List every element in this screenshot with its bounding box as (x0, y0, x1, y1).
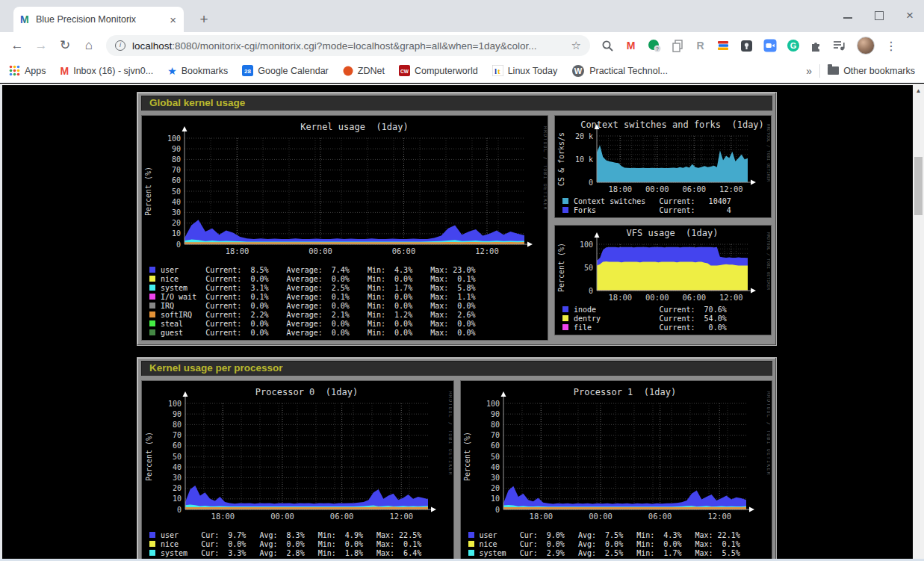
svg-text:?: ? (656, 46, 659, 52)
hangouts-icon[interactable]: ? (647, 39, 661, 53)
puzzle-icon[interactable] (809, 39, 823, 53)
section-title: Global kernel usage (141, 96, 772, 111)
legend-row-steal: steal Current: 0.0% Average: 0.0% Min: 0… (143, 319, 547, 328)
svg-text:06:00: 06:00 (682, 293, 706, 302)
other-bookmarks-button[interactable]: Other bookmarks (828, 66, 915, 76)
address-bar[interactable]: i localhost:8080/monitorix-cgi/monitorix… (106, 35, 590, 56)
svg-text:60: 60 (491, 441, 500, 450)
forward-icon[interactable]: → (31, 36, 51, 55)
site-info-icon[interactable]: i (115, 40, 125, 51)
copy-pages-icon[interactable] (670, 39, 684, 53)
grammarly-icon[interactable]: G (786, 39, 800, 53)
svg-text:70: 70 (491, 431, 500, 439)
svg-text:00:00: 00:00 (589, 512, 613, 521)
svg-text:RRDTOOL / TOBI OETIKER: RRDTOOL / TOBI OETIKER (542, 126, 547, 211)
window-close-icon[interactable]: × (906, 11, 914, 20)
reload-icon[interactable]: ↻ (55, 36, 75, 55)
kernel-usage-graph[interactable]: Kernel usage (1day)010203040506070809010… (141, 115, 548, 341)
context-switches-graph[interactable]: Context switches and forks (1day)010 k20… (554, 115, 772, 218)
home-icon[interactable]: ⌂ (79, 36, 99, 55)
svg-text:18:00: 18:00 (530, 512, 554, 521)
svg-text:12:00: 12:00 (719, 185, 743, 193)
section-title: Kernel usage per processor (141, 361, 772, 376)
maximize-icon[interactable] (875, 11, 884, 20)
bookmark-item-bookmarks[interactable]: ★Bookmarks (167, 66, 228, 76)
legend-row-irq: IRQ Current: 0.0% Average: 0.0% Min: 0.0… (143, 301, 547, 310)
legend-swatch (468, 532, 474, 538)
computerworld-icon: CW (399, 65, 410, 76)
browser-menu-icon[interactable]: ⋮ (882, 39, 900, 53)
svg-text:0: 0 (589, 287, 593, 295)
r-icon[interactable]: R (693, 39, 707, 53)
chart-cs[interactable]: Context switches and forks (1day)010 k20… (556, 117, 770, 195)
bookmark-items: AppsMInbox (16) - sjvn0...★Bookmarks28Go… (9, 64, 682, 78)
svg-text:100: 100 (580, 241, 593, 249)
playlist-icon[interactable] (832, 39, 846, 53)
search-icon[interactable] (601, 39, 615, 53)
chart-legend: inode Current: 70.6%dentry Current: 54.0… (556, 305, 770, 332)
page-scrollbar[interactable]: ▲ (913, 85, 924, 561)
minimize-icon[interactable] (843, 11, 852, 20)
bookmark-item-zdnet[interactable]: ZDNet (343, 66, 385, 76)
chart-cpu0[interactable]: Processor 0 (1day)0102030405060708090100… (143, 382, 452, 529)
bookmarks-overflow-icon[interactable]: » (806, 65, 812, 77)
bookmark-item-linux-today[interactable]: ltLinux Today (492, 65, 558, 76)
bookmark-item-computerworld[interactable]: CWComputerworld (399, 65, 478, 76)
svg-text:CS & forks/s: CS & forks/s (557, 132, 565, 186)
legend-swatch (149, 294, 155, 300)
legend-row-guest: guest Current: 0.0% Average: 0.0% Min: 0… (143, 328, 547, 337)
legend-swatch (149, 550, 155, 556)
legend-row-inode: inode Current: 70.6% (556, 305, 770, 314)
bookmark-item-inbox-16-sjvn0[interactable]: MInbox (16) - sjvn0... (61, 65, 154, 77)
new-tab-button[interactable]: + (194, 10, 214, 29)
books-icon[interactable] (716, 39, 731, 53)
legend-row-dentry: dentry Current: 54.0% (556, 314, 770, 323)
legend-swatch (149, 267, 155, 273)
chart-vfs[interactable]: VFS usage (1day)05010018:0000:0006:0012:… (556, 227, 770, 303)
svg-text:80: 80 (173, 421, 182, 429)
processor-0-graph[interactable]: Processor 0 (1day)0102030405060708090100… (141, 380, 454, 561)
bookmark-item-apps[interactable]: Apps (9, 65, 46, 76)
svg-text:l: l (494, 66, 497, 75)
svg-text:30: 30 (491, 474, 500, 482)
svg-text:RRDTOOL / TOBI OETIKER: RRDTOOL / TOBI OETIKER (766, 391, 770, 476)
scrollbar-up-icon[interactable]: ▲ (913, 85, 924, 96)
browser-titlebar: M Blue Precision Monitorix × + × (0, 0, 924, 32)
section-kernel-usage-per-processor: Kernel usage per processor Processor 0 (… (137, 357, 777, 561)
bookmark-item-google-calendar[interactable]: 28Google Calendar (242, 65, 329, 76)
chart-cpu1[interactable]: Processor 1 (1day)0102030405060708090100… (462, 382, 770, 529)
svg-text:CW: CW (400, 69, 409, 74)
chart-legend: user Current: 8.5% Average: 7.4% Min: 4.… (143, 265, 547, 337)
chart-kernel[interactable]: Kernel usage (1day)010203040506070809010… (143, 117, 547, 264)
tab-close-icon[interactable]: × (168, 14, 178, 25)
svg-text:0: 0 (589, 179, 593, 187)
svg-text:80: 80 (491, 421, 500, 429)
back-icon[interactable]: ← (7, 36, 27, 55)
processor-1-graph[interactable]: Processor 1 (1day)0102030405060708090100… (460, 380, 773, 561)
scrollbar-thumb[interactable] (914, 157, 923, 215)
svg-text:12:00: 12:00 (708, 512, 732, 521)
legend-swatch (562, 198, 568, 204)
browser-tab[interactable]: M Blue Precision Monitorix × (13, 7, 184, 32)
legend-row-forks: Forks Current: 4 (556, 205, 770, 214)
bookmark-item-practical-technol[interactable]: WPractical Technol... (571, 64, 668, 78)
svg-text:M: M (20, 14, 29, 25)
svg-text:90: 90 (491, 410, 500, 418)
svg-text:12:00: 12:00 (389, 512, 413, 521)
legend-row-system: system Cur: 2.9% Avg: 2.5% Min: 1.7% Max… (462, 548, 772, 557)
extensions-row: M?RG (601, 39, 846, 53)
chart-legend: Context switches Current: 10407Forks Cur… (556, 196, 770, 214)
svg-text:VFS usage (1day): VFS usage (1day) (627, 228, 719, 238)
url-text[interactable]: localhost:8080/monitorix-cgi/monitorix.c… (132, 40, 565, 52)
vfs-usage-graph[interactable]: VFS usage (1day)05010018:0000:0006:0012:… (554, 225, 772, 335)
svg-text:00:00: 00:00 (270, 512, 294, 521)
zoom-icon[interactable] (763, 39, 777, 53)
pocket-icon[interactable] (739, 39, 754, 53)
gmail-icon[interactable]: M (624, 39, 638, 53)
svg-text:18:00: 18:00 (211, 512, 235, 521)
svg-text:Percent (%): Percent (%) (557, 243, 565, 292)
bookmark-star-icon[interactable]: ☆ (571, 39, 581, 52)
svg-text:90: 90 (172, 145, 181, 153)
profile-avatar[interactable] (857, 37, 875, 55)
url-host: localhost (132, 40, 172, 52)
